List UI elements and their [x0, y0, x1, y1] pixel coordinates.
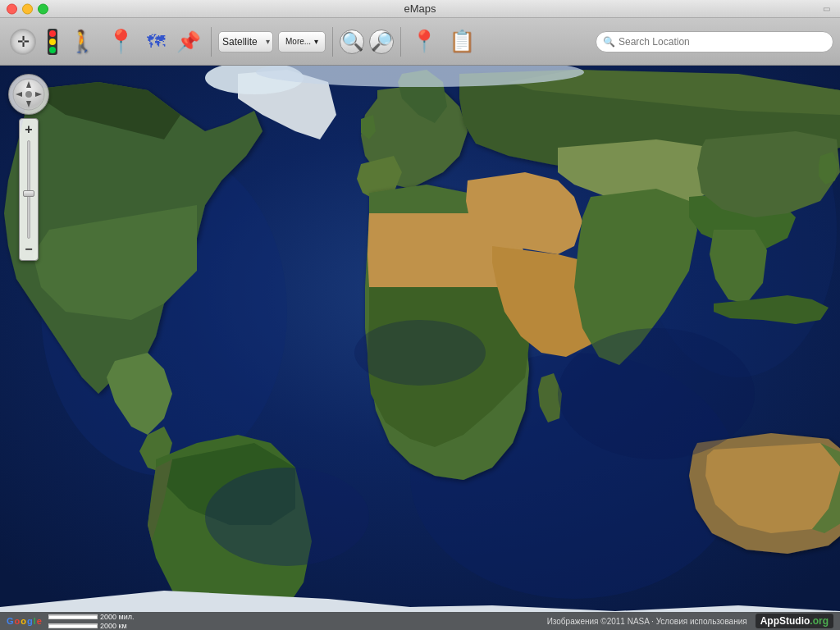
scale-text-km: 2000 км: [100, 622, 127, 630]
bookmark-icon: 📌: [176, 30, 201, 53]
maximize-button[interactable]: [38, 3, 48, 14]
scale-bar: 2000 мил. 2000 км: [48, 613, 135, 630]
traffic-red: [49, 30, 56, 37]
scale-row-km: 2000 км: [48, 622, 127, 630]
pan-tool-button[interactable]: ✛: [7, 27, 39, 57]
svg-point-15: [25, 91, 32, 98]
compass-icon: ✛: [10, 29, 36, 55]
window-title: eMaps: [404, 2, 436, 15]
map-navigation-controls: + −: [8, 74, 49, 261]
map-container[interactable]: + − Google 2000 мил. 2000 км: [0, 66, 840, 630]
zoom-out-minus-icon: 🔎: [371, 31, 393, 52]
map-type-select-wrap[interactable]: Satellite Map Hybrid Terrain: [218, 31, 273, 52]
bottom-bar: Google 2000 мил. 2000 км Изображения ©20…: [0, 612, 840, 630]
search-icon: 🔍: [603, 36, 615, 48]
minimize-button[interactable]: [22, 3, 33, 14]
appstudio-text: AppStudio: [760, 615, 810, 627]
red-pin-icon: 📍: [107, 28, 135, 55]
scale-text-miles: 2000 мил.: [100, 613, 135, 621]
more-button[interactable]: More... ▾: [278, 31, 326, 52]
location-pin-button[interactable]: 📍: [408, 27, 441, 56]
appstudio-badge: AppStudio.org: [756, 614, 833, 628]
title-bar: eMaps ▭: [0, 0, 840, 18]
traffic-icon: [48, 29, 57, 55]
more-button-label: More...: [285, 37, 311, 46]
zoom-track[interactable]: [27, 140, 30, 239]
traffic-green: [49, 47, 56, 53]
google-logo: Google: [7, 616, 42, 626]
svg-point-4: [354, 320, 486, 386]
zoom-slider-container: + −: [19, 118, 39, 261]
zoom-out-circle-button[interactable]: 🔎: [369, 30, 394, 54]
bottom-left-section: Google 2000 мил. 2000 км: [7, 613, 134, 630]
close-button[interactable]: [7, 3, 17, 14]
bottom-right-section: Изображения ©2011 NASA · Условия использ…: [547, 614, 833, 628]
red-pin-button[interactable]: 📍: [103, 26, 139, 57]
zoom-in-circle-button[interactable]: 🔍: [340, 30, 364, 54]
window-controls: [7, 3, 48, 14]
separator-2: [332, 27, 333, 57]
zoom-plus-button[interactable]: +: [21, 122, 36, 137]
search-bar[interactable]: 🔍: [596, 31, 833, 52]
svg-point-5: [205, 468, 369, 566]
appstudio-suffix: .org: [810, 615, 829, 627]
zoom-in-plus-icon: 🔍: [341, 33, 363, 51]
pan-compass-control[interactable]: [8, 74, 49, 115]
separator-1: [211, 27, 212, 57]
bookmark-button[interactable]: 📌: [173, 29, 204, 55]
notepad-button[interactable]: 📋: [445, 27, 478, 56]
pegman-button[interactable]: 🚶: [66, 27, 98, 56]
compass-arrows-icon: [12, 78, 45, 111]
scale-line-km: [48, 623, 98, 628]
ab-route-icon: 🗺: [147, 31, 165, 52]
window-resize-icon: ▭: [823, 3, 833, 14]
location-pin-icon: 📍: [411, 29, 437, 54]
traffic-yellow: [49, 39, 56, 45]
map-type-select[interactable]: Satellite Map Hybrid Terrain: [218, 31, 273, 52]
traffic-button[interactable]: [44, 27, 61, 57]
separator-3: [400, 27, 401, 57]
person-icon: 🚶: [69, 29, 95, 54]
search-input[interactable]: [619, 36, 826, 48]
notepad-icon: 📋: [449, 29, 475, 54]
scale-row-miles: 2000 мил.: [48, 613, 135, 621]
toolbar: ✛ 🚶 📍 🗺 📌 Satellite Map Hybrid Terrain: [0, 18, 840, 66]
more-button-arrow: ▾: [314, 37, 318, 46]
copyright-text: Изображения ©2011 NASA · Условия использ…: [547, 617, 747, 626]
ab-route-button[interactable]: 🗺: [144, 30, 168, 54]
zoom-thumb[interactable]: [23, 190, 34, 197]
svg-point-6: [558, 328, 755, 459]
zoom-minus-button[interactable]: −: [21, 242, 36, 257]
scale-line-miles: [48, 614, 98, 619]
world-map-svg: [0, 66, 840, 630]
